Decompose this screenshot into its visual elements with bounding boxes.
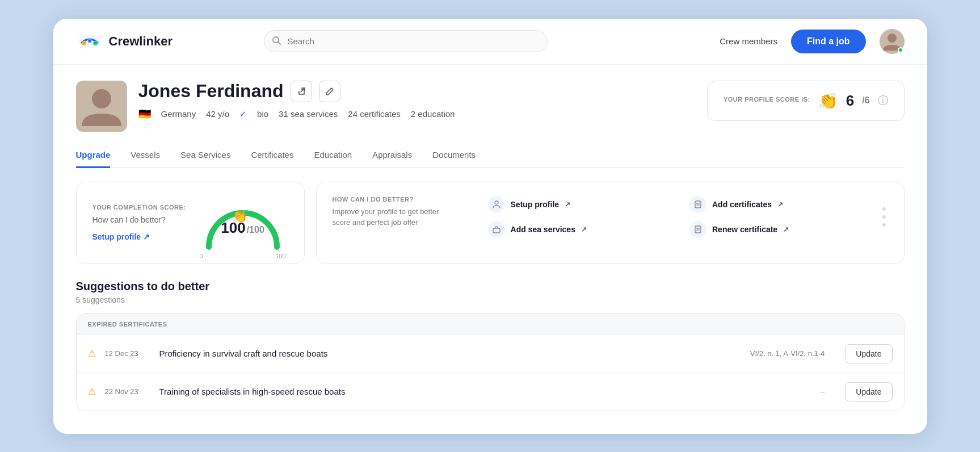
action-add-sea-services[interactable]: Add sea services ↗ (488, 221, 667, 238)
action-renew-doc-icon (689, 221, 706, 238)
tabs: Upgrade Vessels Sea Services Certificate… (76, 143, 905, 168)
logo-icon (76, 32, 103, 51)
better-side-dots (882, 196, 888, 238)
sea-services-label: 31 sea services (279, 109, 338, 119)
profile-score-box: YOUR PROFILE SCORE IS: 👏 6 /6 ⓘ (707, 81, 905, 121)
score-max: /6 (862, 95, 869, 106)
logo[interactable]: Crewlinker (76, 32, 173, 51)
svg-point-12 (92, 89, 111, 108)
action-person-icon (488, 196, 505, 213)
update-button-1[interactable]: Update (845, 344, 892, 363)
profile-meta: 🇩🇪 Germany 42 y/o ✓ bio 31 sea services … (138, 108, 696, 120)
cert-code-2: – (821, 387, 825, 396)
cert-date-2: 22 Nov 23 (105, 387, 150, 396)
setup-profile-link[interactable]: Setup profile ↗ (92, 232, 186, 241)
tab-appraisals[interactable]: Appraisals (372, 143, 412, 168)
completion-text-side: YOUR COMPLETION SCORE: How can I do bett… (92, 204, 186, 241)
score-label: YOUR PROFILE SCORE IS: (724, 96, 810, 103)
better-header: HOW CAN I DO BETTER? (333, 196, 457, 203)
cards-row: YOUR COMPLETION SCORE: How can I do bett… (76, 182, 905, 264)
side-dot-2 (882, 215, 886, 219)
logo-text: Crewlinker (109, 34, 173, 49)
bio-check-icon: ✓ (239, 109, 247, 119)
action-renew-cert-label: Renew certificate (712, 225, 777, 234)
action-add-certs-arrow: ↗ (777, 200, 783, 208)
action-setup-profile-arrow: ↗ (565, 200, 570, 208)
suggestions-count: 5 suggestions (76, 295, 905, 304)
gauge-center: 100 /100 (221, 219, 264, 237)
svg-point-10 (888, 34, 897, 43)
completion-card: YOUR COMPLETION SCORE: How can I do bett… (76, 182, 305, 264)
age-label: 42 y/o (206, 109, 229, 119)
tab-upgrade[interactable]: Upgrade (76, 143, 111, 168)
score-info-icon[interactable]: ⓘ (878, 94, 888, 107)
table-row: ⚠ 22 Nov 23 Training of specialists in h… (77, 373, 904, 411)
action-add-certificates[interactable]: Add certificates ↗ (689, 196, 869, 213)
svg-point-14 (495, 201, 498, 204)
better-card: HOW CAN I DO BETTER? Improve your profil… (316, 182, 905, 264)
action-sea-services-arrow: ↗ (581, 225, 587, 233)
profile-name: Jones Ferdinand (138, 81, 284, 102)
score-emoji: 👏 (818, 91, 838, 110)
svg-rect-15 (695, 201, 701, 208)
side-dot-3 (882, 223, 886, 227)
header-right: Crew members Find a job (720, 29, 904, 54)
share-button[interactable] (291, 81, 312, 102)
expired-certs-header: EXPIRED SERTIFICATES (77, 314, 904, 334)
table-row: ⚠ 12 Dec 23 Proficiency in survival craf… (77, 334, 904, 373)
action-add-certs-label: Add certificates (712, 200, 772, 209)
svg-line-8 (278, 42, 280, 44)
warning-icon-2: ⚠ (88, 386, 96, 397)
search-icon (272, 36, 281, 47)
edit-button[interactable] (319, 81, 340, 102)
svg-point-2 (82, 41, 85, 44)
action-doc-icon (689, 196, 706, 213)
svg-rect-19 (695, 226, 701, 233)
completion-sub: How can I do better? (92, 215, 186, 224)
action-setup-profile-label: Setup profile (511, 200, 560, 209)
education-label: 2 education (411, 109, 455, 119)
crew-members-link[interactable]: Crew members (720, 36, 777, 46)
cert-code-1: VI/2, n. 1, A-VI/2, n.1-4 (750, 349, 825, 358)
action-renew-cert[interactable]: Renew certificate ↗ (689, 221, 869, 238)
setup-arrow-icon: ↗ (143, 232, 150, 241)
suggestions-section: Suggestions to do better 5 suggestions (76, 280, 905, 304)
header: Crewlinker Crew members Find a job (53, 19, 927, 65)
app-window: Crewlinker Crew members Find a job (53, 19, 927, 434)
avatar-wrap[interactable] (880, 29, 905, 54)
find-job-button[interactable]: Find a job (791, 30, 866, 53)
action-setup-profile[interactable]: Setup profile ↗ (488, 196, 667, 213)
profile-name-row: Jones Ferdinand (138, 81, 696, 102)
certificates-label: 24 certificates (348, 109, 401, 119)
bio-label: bio (257, 109, 268, 119)
svg-point-4 (94, 41, 96, 44)
side-dot-1 (882, 207, 886, 211)
expired-certs-table: EXPIRED SERTIFICATES ⚠ 12 Dec 23 Profici… (76, 313, 905, 411)
update-button-2[interactable]: Update (845, 382, 892, 401)
cert-name-1: Proficiency in survival craft and rescue… (159, 349, 741, 358)
action-sea-services-label: Add sea services (511, 225, 575, 234)
better-actions: Setup profile ↗ (488, 196, 869, 238)
better-desc: Improve your profile to get better score… (333, 206, 457, 228)
country-flag: 🇩🇪 (138, 108, 151, 120)
avatar-online-dot (898, 47, 903, 53)
profile-section: Jones Ferdinand (76, 65, 905, 143)
profile-photo (76, 81, 127, 132)
svg-rect-18 (493, 228, 500, 233)
tab-vessels[interactable]: Vessels (131, 143, 160, 168)
tab-sea-services[interactable]: Sea Services (180, 143, 230, 168)
cert-date-1: 12 Dec 23 (105, 349, 150, 358)
warning-icon-1: ⚠ (88, 348, 96, 359)
main-content: Jones Ferdinand (53, 65, 927, 434)
gauge-min-label: 0 (200, 253, 203, 260)
search-input[interactable] (264, 30, 548, 52)
tab-education[interactable]: Education (314, 143, 352, 168)
better-card-left: HOW CAN I DO BETTER? Improve your profil… (333, 196, 457, 238)
tab-certificates[interactable]: Certificates (251, 143, 293, 168)
completion-label: YOUR COMPLETION SCORE: (92, 204, 186, 211)
tab-documents[interactable]: Documents (432, 143, 476, 168)
suggestions-title: Suggestions to do better (76, 280, 905, 293)
search-bar (264, 30, 548, 52)
action-renew-cert-arrow: ↗ (783, 225, 789, 233)
action-briefcase-icon (488, 221, 505, 238)
